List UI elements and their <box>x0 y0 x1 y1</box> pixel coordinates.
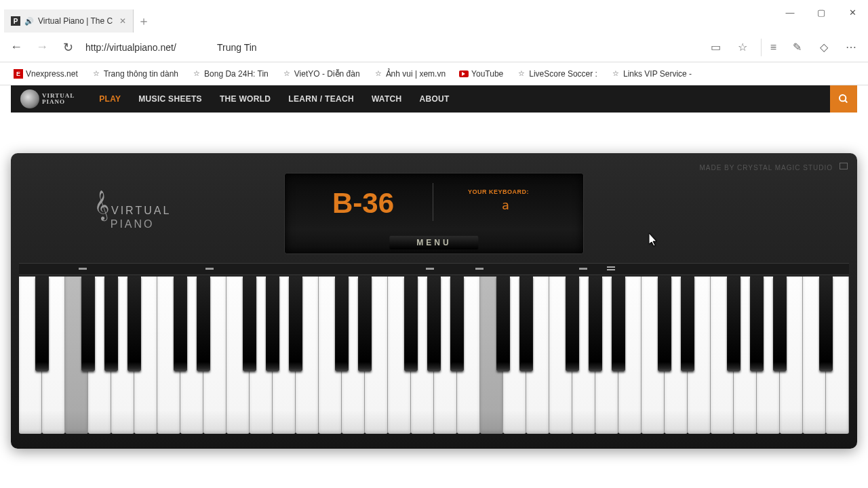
bookmark-item[interactable]: ☆VietYO - Diễn đàn <box>277 67 366 81</box>
hub-icon[interactable]: ≡ <box>761 39 778 56</box>
window-maximize-button[interactable]: ▢ <box>806 0 837 24</box>
black-key[interactable] <box>450 277 464 371</box>
black-key[interactable] <box>681 277 694 371</box>
star-icon: ☆ <box>374 69 383 79</box>
tab-favicon: P <box>11 16 20 26</box>
logo-text-2: PIANO <box>42 99 75 105</box>
svg-point-0 <box>840 95 846 101</box>
strip-mark <box>579 268 587 270</box>
nav-item[interactable]: ABOUT <box>419 94 449 104</box>
back-button[interactable]: ← <box>8 39 24 56</box>
new-tab-button[interactable]: ＋ <box>134 9 154 33</box>
black-key[interactable] <box>750 277 764 371</box>
piano-keyboard <box>19 277 849 434</box>
black-key[interactable] <box>727 277 741 371</box>
black-key[interactable] <box>358 277 372 371</box>
nav-item[interactable]: WATCH <box>372 94 402 104</box>
site-nav: VIRTUAL PIANO PLAYMUSIC SHEETSTHE WORLDL… <box>11 85 857 113</box>
display-note: B-36 <box>332 187 394 220</box>
share-icon[interactable]: ◇ <box>815 39 833 56</box>
black-key[interactable] <box>427 277 441 371</box>
black-key[interactable] <box>197 277 210 371</box>
strip-mark <box>607 266 615 272</box>
bookmark-label: YouTube <box>471 69 503 79</box>
bookmark-label: Links VIP Service - <box>623 69 692 79</box>
refresh-button[interactable]: ↻ <box>60 39 76 56</box>
address-bar: ← → ↻ http://virtualpiano.net/ Trung Tin… <box>0 33 868 62</box>
bookmark-label: VietYO - Diễn đàn <box>294 69 360 79</box>
star-icon: ☆ <box>192 69 201 79</box>
youtube-icon <box>459 70 469 77</box>
logo-swirl-icon <box>20 89 39 108</box>
nav-item[interactable]: THE WORLD <box>220 94 271 104</box>
star-icon: ☆ <box>282 69 292 79</box>
star-icon: ☆ <box>517 69 526 79</box>
black-key[interactable] <box>289 277 302 371</box>
black-key[interactable] <box>127 277 141 371</box>
piano-display: B-36 YOUR KEYBOARD: a MENU <box>285 174 583 253</box>
black-key[interactable] <box>81 277 95 371</box>
nav-item[interactable]: PLAY <box>99 94 121 104</box>
window-minimize-button[interactable]: — <box>774 0 806 24</box>
forward-button[interactable]: → <box>34 39 50 56</box>
black-key[interactable] <box>404 277 418 371</box>
piano-credit: MADE BY CRYSTAL MAGIC STUDIO <box>699 164 833 171</box>
site-logo[interactable]: VIRTUAL PIANO <box>20 89 75 108</box>
nav-item[interactable]: MUSIC SHEETS <box>138 94 202 104</box>
display-kb-label: YOUR KEYBOARD: <box>468 188 529 195</box>
black-key[interactable] <box>658 277 671 371</box>
black-key[interactable] <box>335 277 349 371</box>
reading-view-icon[interactable]: ▭ <box>707 39 724 56</box>
nav-item[interactable]: LEARN / TEACH <box>288 94 354 104</box>
black-key[interactable] <box>519 277 533 371</box>
black-key[interactable] <box>612 277 625 371</box>
piano-mini-button[interactable] <box>840 163 848 169</box>
bookmark-item[interactable]: ☆Trang thông tin dành <box>86 67 184 81</box>
favorite-icon[interactable]: ☆ <box>734 39 751 56</box>
black-key[interactable] <box>566 277 579 371</box>
bookmark-item[interactable]: ☆Ảnh vui | xem.vn <box>368 67 451 81</box>
piano-indicator-strip[interactable] <box>19 263 849 275</box>
star-icon: ☆ <box>611 69 620 79</box>
page-content: VIRTUAL PIANO PLAYMUSIC SHEETSTHE WORLDL… <box>0 85 868 488</box>
tab-audio-icon[interactable]: 🔊 <box>24 17 34 26</box>
black-key[interactable] <box>496 277 510 371</box>
bookmark-item[interactable]: ☆LiveScore Soccer : <box>511 67 603 81</box>
bookmark-label: Trang thông tin dành <box>104 69 178 79</box>
piano-menu-button[interactable]: MENU <box>389 236 478 249</box>
window-titlebar: P 🔊 Virtual Piano | The C ✕ ＋ — ▢ ✕ <box>0 0 868 33</box>
notes-icon[interactable]: ✎ <box>788 39 806 56</box>
strip-mark <box>205 268 214 270</box>
black-key[interactable] <box>589 277 602 371</box>
site-search-button[interactable] <box>830 85 857 113</box>
more-icon[interactable]: ⋯ <box>842 39 860 56</box>
tab-title: Virtual Piano | The C <box>38 16 113 26</box>
black-key[interactable] <box>35 277 49 371</box>
star-icon: ☆ <box>92 69 101 79</box>
display-kb-key: a <box>502 198 509 212</box>
window-close-button[interactable]: ✕ <box>837 0 868 24</box>
bookmark-label: Bong Da 24H: Tin <box>204 69 269 79</box>
svg-line-1 <box>845 100 847 102</box>
url-suggestion[interactable]: Trung Tin <box>217 42 257 53</box>
bookmarks-bar: EVnexpress.net☆Trang thông tin dành☆Bong… <box>0 62 868 85</box>
bookmark-item[interactable]: EVnexpress.net <box>8 67 83 81</box>
browser-tab[interactable]: P 🔊 Virtual Piano | The C ✕ <box>4 9 134 33</box>
black-key[interactable] <box>243 277 256 371</box>
black-key[interactable] <box>773 277 787 371</box>
strip-mark <box>79 268 87 270</box>
black-key[interactable] <box>104 277 118 371</box>
black-key[interactable] <box>819 277 833 371</box>
bookmark-favicon: E <box>14 69 23 79</box>
piano-widget: 𝄞 VIRTUAL PIANO MADE BY CRYSTAL MAGIC ST… <box>11 153 857 449</box>
strip-mark <box>475 268 484 270</box>
bookmark-item[interactable]: ☆Bong Da 24H: Tin <box>186 67 274 81</box>
bookmark-label: Vnexpress.net <box>26 69 78 79</box>
bookmark-label: Ảnh vui | xem.vn <box>386 69 446 79</box>
black-key[interactable] <box>174 277 187 371</box>
bookmark-item[interactable]: YouTube <box>454 67 509 81</box>
black-key[interactable] <box>266 277 279 371</box>
url-input[interactable]: http://virtualpiano.net/ <box>85 42 201 53</box>
tab-close-icon[interactable]: ✕ <box>119 16 126 26</box>
bookmark-item[interactable]: ☆Links VIP Service - <box>606 67 697 81</box>
